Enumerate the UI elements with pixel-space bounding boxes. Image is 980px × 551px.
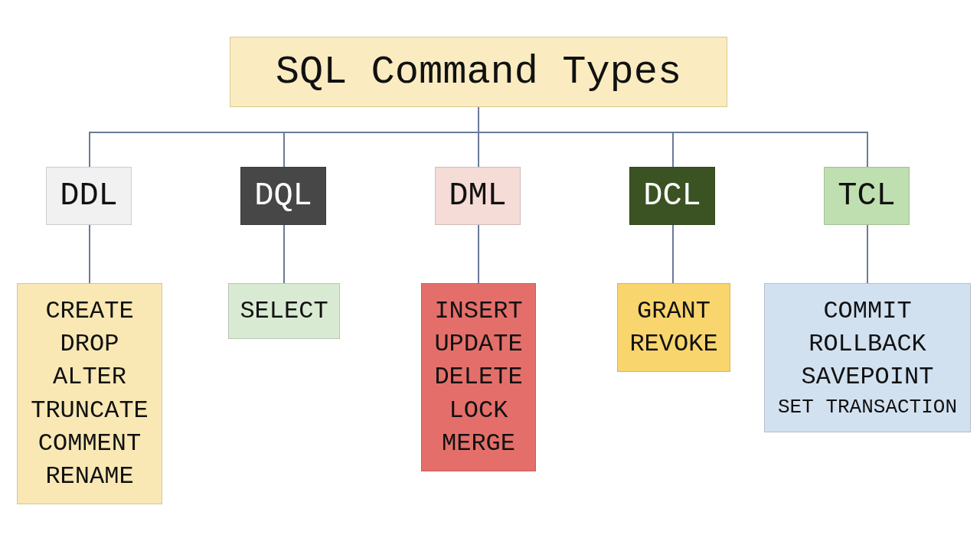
command-item: CREATE [45,295,133,328]
command-item: MERGE [442,427,515,460]
command-item: DROP [60,328,119,360]
command-item: INSERT [434,295,522,328]
commands-ddl: CREATE DROP ALTER TRUNCATE COMMENT RENAM… [17,283,162,504]
command-item: TRUNCATE [31,394,149,427]
connector-line [478,107,479,132]
command-item: UPDATE [434,328,522,360]
command-item: SAVEPOINT [802,360,934,393]
command-item: LOCK [449,394,508,427]
commands-dcl: GRANT REVOKE [617,283,730,372]
connector-line [478,132,479,167]
command-item: COMMENT [38,427,141,460]
connector-line [283,132,285,167]
connector-line [89,225,90,285]
connector-line [672,225,674,285]
command-item: SET TRANSACTION [778,394,957,421]
command-item: GRANT [637,295,710,328]
command-item: SELECT [240,295,328,328]
category-tcl: TCL [824,167,910,225]
category-dml: DML [435,167,521,225]
connector-line [283,225,285,285]
diagram-title: SQL Command Types [230,37,727,107]
command-item: DELETE [434,360,522,393]
connector-line [867,225,868,285]
category-dql: DQL [240,167,326,225]
commands-tcl: COMMIT ROLLBACK SAVEPOINT SET TRANSACTIO… [764,283,971,432]
connector-line [478,225,479,285]
command-item: RENAME [45,460,133,493]
commands-dml: INSERT UPDATE DELETE LOCK MERGE [421,283,536,471]
connector-line [867,132,868,167]
category-dcl: DCL [629,167,715,225]
command-item: COMMIT [823,295,911,328]
commands-dql: SELECT [228,283,340,339]
command-item: REVOKE [629,328,717,360]
category-ddl: DDL [46,167,132,225]
connector-line [672,132,674,167]
command-item: ALTER [53,360,126,393]
command-item: ROLLBACK [808,328,926,360]
connector-line [89,132,90,167]
